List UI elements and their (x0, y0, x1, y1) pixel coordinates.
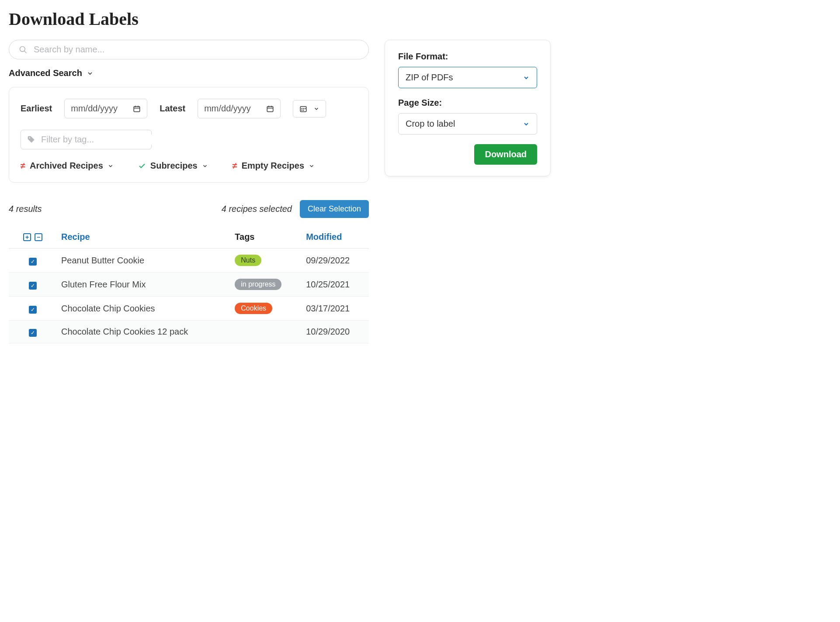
results-count: 4 results (9, 204, 42, 214)
tag-filter-wrap[interactable] (21, 130, 152, 149)
chevron-down-icon (87, 70, 94, 77)
table-row: ✓ Chocolate Chip Cookies Cookies 03/17/2… (9, 297, 369, 321)
filter-subrecipes-label: Subrecipes (150, 161, 198, 171)
filter-archived-label: Archived Recipes (30, 161, 103, 171)
page-size-select[interactable]: Crop to label (398, 113, 537, 135)
download-options-panel: File Format: ZIP of PDFs Page Size: Crop… (385, 40, 551, 176)
page-title: Download Labels (9, 9, 551, 29)
selected-count: 4 recipes selected (222, 204, 292, 214)
deselect-all-button[interactable]: − (35, 233, 42, 241)
filter-empty[interactable]: ≠ Empty Recipes (233, 161, 315, 171)
earliest-label: Earliest (21, 104, 52, 114)
row-checkbox[interactable]: ✓ (29, 306, 37, 314)
advanced-search-label: Advanced Search (9, 68, 82, 78)
svg-point-0 (20, 46, 25, 52)
recipe-name: Peanut Butter Cookie (57, 249, 230, 273)
recipe-modified: 10/29/2020 (302, 321, 369, 343)
svg-rect-11 (302, 108, 302, 109)
svg-line-1 (24, 51, 27, 53)
download-button[interactable]: Download (474, 144, 537, 165)
page-size-value: Crop to label (406, 119, 455, 129)
svg-rect-12 (303, 108, 304, 109)
latest-date-placeholder: mm/dd/yyyy (204, 104, 251, 114)
recipe-modified: 09/29/2022 (302, 249, 369, 273)
col-recipe-header[interactable]: Recipe (57, 226, 230, 249)
row-checkbox[interactable]: ✓ (29, 329, 37, 337)
recipe-modified: 10/25/2021 (302, 273, 369, 297)
calendar-outline-icon (266, 105, 274, 113)
file-format-value: ZIP of PDFs (406, 73, 453, 83)
recipe-name: Gluten Free Flour Mix (57, 273, 230, 297)
search-input-wrap[interactable] (9, 40, 369, 59)
svg-rect-14 (302, 110, 302, 111)
chevron-down-icon (313, 106, 319, 112)
svg-rect-6 (267, 106, 273, 111)
calendar-picker-button[interactable] (293, 100, 326, 117)
calendar-outline-icon (133, 105, 141, 113)
select-all-button[interactable]: + (23, 233, 31, 241)
tag-pill: Nuts (235, 255, 261, 266)
chevron-down-icon (309, 163, 315, 169)
tag-pill: in progress (235, 279, 281, 290)
table-row: ✓ Chocolate Chip Cookies 12 pack 10/29/2… (9, 321, 369, 343)
chevron-down-icon (523, 74, 530, 81)
not-equal-icon: ≠ (21, 161, 25, 171)
file-format-select[interactable]: ZIP of PDFs (398, 67, 537, 88)
recipes-table: + − Recipe Tags Modified ✓ Peanut Butter… (9, 226, 369, 343)
search-input[interactable] (34, 45, 359, 55)
chevron-down-icon (108, 163, 114, 169)
col-modified-header[interactable]: Modified (302, 226, 369, 249)
tag-pill: Cookies (235, 303, 272, 314)
tag-filter-input[interactable] (41, 135, 152, 145)
row-checkbox[interactable]: ✓ (29, 258, 37, 266)
page-size-label: Page Size: (398, 98, 537, 108)
recipe-tags: in progress (230, 273, 302, 297)
earliest-date-input[interactable]: mm/dd/yyyy (64, 99, 147, 118)
recipe-tags: Cookies (230, 297, 302, 321)
filter-subrecipes[interactable]: Subrecipes (138, 161, 208, 171)
clear-selection-button[interactable]: Clear Selection (300, 200, 369, 218)
svg-rect-15 (303, 110, 304, 111)
filter-archived[interactable]: ≠ Archived Recipes (21, 161, 114, 171)
recipe-name: Chocolate Chip Cookies (57, 297, 230, 321)
search-icon (19, 45, 28, 54)
check-icon (138, 162, 146, 170)
svg-rect-13 (305, 108, 305, 109)
latest-date-input[interactable]: mm/dd/yyyy (198, 99, 281, 118)
recipe-modified: 03/17/2021 (302, 297, 369, 321)
svg-rect-2 (134, 106, 140, 111)
advanced-search-panel: Earliest mm/dd/yyyy Latest mm/dd/yyyy (9, 87, 369, 183)
latest-label: Latest (160, 104, 185, 114)
svg-point-16 (29, 137, 31, 138)
calendar-grid-icon (299, 105, 307, 113)
not-equal-icon: ≠ (233, 161, 237, 171)
recipe-tags: Nuts (230, 249, 302, 273)
chevron-down-icon (523, 121, 530, 128)
table-row: ✓ Peanut Butter Cookie Nuts 09/29/2022 (9, 249, 369, 273)
col-tags-header: Tags (230, 226, 302, 249)
chevron-down-icon (202, 163, 208, 169)
table-row: ✓ Gluten Free Flour Mix in progress 10/2… (9, 273, 369, 297)
recipe-tags (230, 321, 302, 343)
filter-empty-label: Empty Recipes (242, 161, 304, 171)
file-format-label: File Format: (398, 52, 537, 62)
row-checkbox[interactable]: ✓ (29, 282, 37, 290)
tag-icon (27, 135, 36, 144)
advanced-search-toggle[interactable]: Advanced Search (9, 68, 369, 78)
earliest-date-placeholder: mm/dd/yyyy (71, 104, 118, 114)
recipe-name: Chocolate Chip Cookies 12 pack (57, 321, 230, 343)
